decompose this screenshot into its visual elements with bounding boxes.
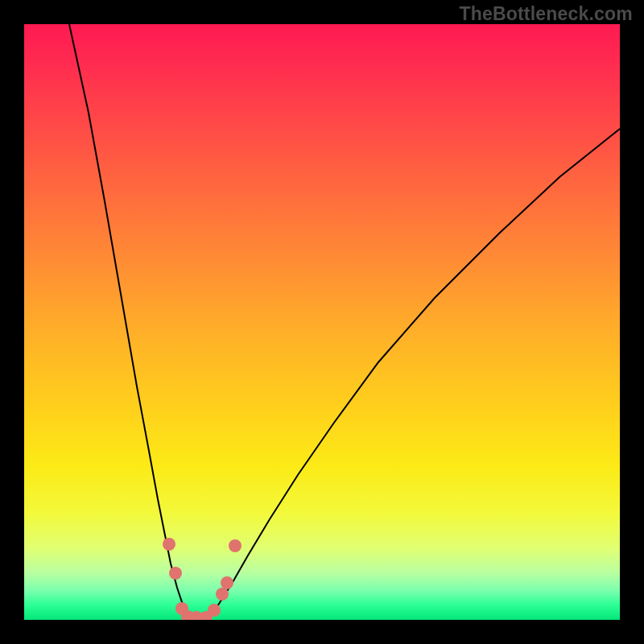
watermark-text: TheBottleneck.com (459, 3, 633, 25)
peak-dot-left-2 (169, 567, 182, 580)
peak-dot-right-2 (221, 576, 233, 589)
marker-group (163, 538, 242, 620)
peak-dot-right-3 (229, 539, 242, 552)
curve-overlay (24, 24, 620, 620)
plot-area (24, 24, 620, 620)
peak-dot-right-1 (216, 588, 229, 601)
base-dot-5 (208, 604, 221, 617)
chart-frame: TheBottleneck.com (0, 0, 644, 644)
right-curve (209, 129, 620, 617)
left-curve (69, 24, 192, 617)
peak-dot-left-1 (163, 538, 175, 551)
